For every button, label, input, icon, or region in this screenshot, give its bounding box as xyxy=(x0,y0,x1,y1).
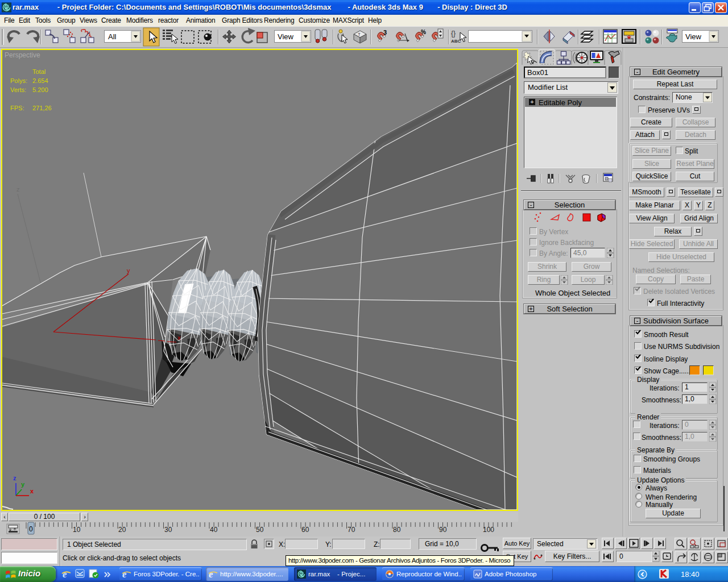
svg-text:100: 100 xyxy=(483,526,494,534)
svg-text:x: x xyxy=(177,334,181,341)
svg-text:Verts:: Verts: xyxy=(10,86,26,93)
svg-text:%: % xyxy=(421,29,426,35)
svg-text:x: x xyxy=(30,488,34,494)
svg-text:50: 50 xyxy=(256,526,264,534)
svg-text:271,26: 271,26 xyxy=(32,105,52,111)
svg-text:40: 40 xyxy=(210,526,218,534)
svg-text:z: z xyxy=(16,186,20,193)
svg-text:e: e xyxy=(122,569,127,580)
svg-text:70: 70 xyxy=(348,526,355,534)
svg-text:{}: {} xyxy=(451,30,456,38)
svg-text:z: z xyxy=(13,475,16,481)
svg-text:y: y xyxy=(21,481,25,488)
svg-text:View: View xyxy=(278,32,294,41)
svg-text:2.654: 2.654 xyxy=(32,77,48,84)
svg-text:View: View xyxy=(685,32,702,41)
svg-text:T: T xyxy=(358,32,361,37)
svg-text:Perspective: Perspective xyxy=(5,51,40,59)
svg-text:y: y xyxy=(127,267,130,274)
svg-text:90: 90 xyxy=(439,526,447,534)
svg-text:All: All xyxy=(108,32,117,41)
svg-text:5.200: 5.200 xyxy=(32,86,48,93)
svg-text:30: 30 xyxy=(164,526,172,534)
svg-text:80: 80 xyxy=(393,526,401,534)
svg-text:e: e xyxy=(63,569,67,580)
svg-text:ABC: ABC xyxy=(451,39,461,44)
svg-text:e: e xyxy=(209,569,213,580)
svg-text:FPS:: FPS: xyxy=(10,105,24,111)
svg-text:Polys:: Polys: xyxy=(10,77,27,84)
svg-text:60: 60 xyxy=(301,526,309,534)
svg-text:0: 0 xyxy=(29,525,33,533)
svg-text:Total: Total xyxy=(32,68,46,75)
svg-text:10: 10 xyxy=(73,526,81,534)
svg-text:20: 20 xyxy=(118,526,126,534)
svg-text:3: 3 xyxy=(383,29,387,36)
